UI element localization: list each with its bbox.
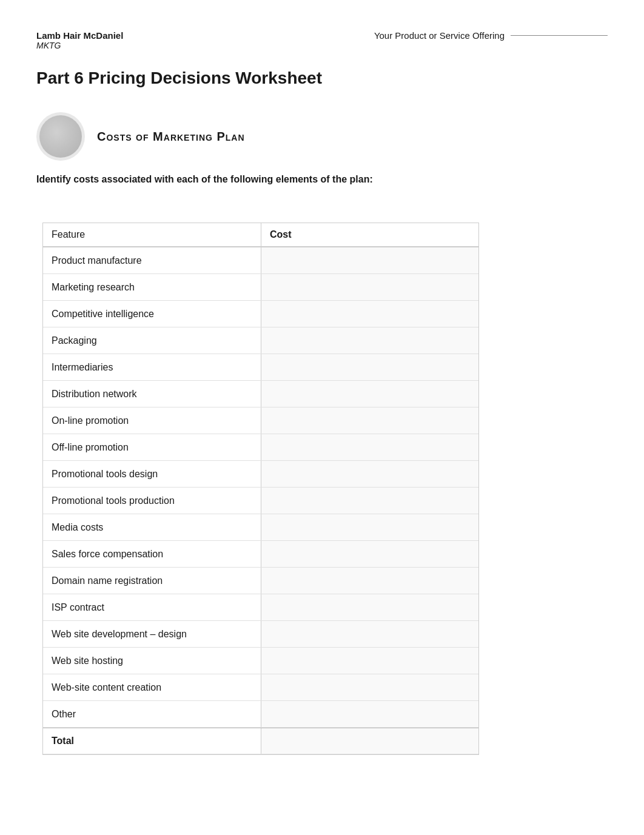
- feature-cell: Promotional tools design: [43, 461, 261, 487]
- table-row: ISP contract: [43, 594, 478, 621]
- feature-cell: Marketing research: [43, 274, 261, 300]
- cost-cell[interactable]: [261, 274, 478, 300]
- feature-cell: ISP contract: [43, 594, 261, 620]
- table-row: Packaging: [43, 327, 478, 354]
- cost-cell[interactable]: [261, 381, 478, 407]
- table-row: Domain name registration: [43, 568, 478, 594]
- cost-cell[interactable]: [261, 247, 478, 273]
- table-row-total: Total: [43, 728, 478, 754]
- costs-table: Feature Cost Product manufacture Marketi…: [42, 223, 479, 755]
- feature-cell: Other: [43, 701, 261, 727]
- feature-cell: Product manufacture: [43, 247, 261, 273]
- cost-cell[interactable]: [261, 621, 478, 647]
- page-title: Part 6 Pricing Decisions Worksheet: [36, 69, 608, 88]
- feature-cell: Sales force compensation: [43, 541, 261, 567]
- cost-cell[interactable]: [261, 648, 478, 674]
- feature-cell: On-line promotion: [43, 407, 261, 434]
- table-row: Web-site content creation: [43, 674, 478, 701]
- header-right-label: Your Product or Service Offering: [374, 30, 505, 41]
- table-row: Media costs: [43, 514, 478, 541]
- cost-cell[interactable]: [261, 461, 478, 487]
- cost-cell[interactable]: [261, 301, 478, 327]
- table-row: Intermediaries: [43, 354, 478, 381]
- table-row: Product manufacture: [43, 247, 478, 274]
- cost-cell[interactable]: [261, 514, 478, 540]
- table-row: Promotional tools production: [43, 488, 478, 514]
- section-icon: [36, 112, 85, 161]
- cost-cell[interactable]: [261, 434, 478, 460]
- header: Lamb Hair McDaniel MKTG Your Product or …: [36, 30, 608, 50]
- feature-cell: Promotional tools production: [43, 488, 261, 514]
- cost-cell[interactable]: [261, 594, 478, 620]
- cost-cell[interactable]: [261, 568, 478, 594]
- table-row: Sales force compensation: [43, 541, 478, 568]
- feature-cell: Domain name registration: [43, 568, 261, 594]
- header-right: Your Product or Service Offering: [374, 30, 608, 41]
- cost-cell[interactable]: [261, 327, 478, 354]
- table-row: Marketing research: [43, 274, 478, 301]
- table-row: Off-line promotion: [43, 434, 478, 461]
- author-name: Lamb Hair McDaniel: [36, 30, 123, 41]
- cost-cell-total[interactable]: [261, 728, 478, 754]
- feature-cell: Media costs: [43, 514, 261, 540]
- section-header: Costs of Marketing Plan: [36, 112, 608, 161]
- cost-cell[interactable]: [261, 674, 478, 700]
- cost-cell[interactable]: [261, 541, 478, 567]
- table-row: Other: [43, 701, 478, 728]
- table-header-row: Feature Cost: [43, 223, 478, 247]
- cost-cell[interactable]: [261, 701, 478, 727]
- feature-cell: Intermediaries: [43, 354, 261, 380]
- table-row: Promotional tools design: [43, 461, 478, 488]
- feature-cell: Web-site content creation: [43, 674, 261, 700]
- section-description: Identify costs associated with each of t…: [36, 173, 608, 186]
- table-row: On-line promotion: [43, 407, 478, 434]
- feature-cell: Distribution network: [43, 381, 261, 407]
- header-right-line: [511, 35, 608, 36]
- feature-cell: Web site hosting: [43, 648, 261, 674]
- col-cost-header: Cost: [261, 223, 478, 246]
- cost-cell[interactable]: [261, 407, 478, 434]
- section-title: Costs of Marketing Plan: [97, 130, 245, 144]
- course-subtitle: MKTG: [36, 41, 123, 50]
- feature-cell: Off-line promotion: [43, 434, 261, 460]
- feature-cell: Packaging: [43, 327, 261, 354]
- feature-cell: Web site development – design: [43, 621, 261, 647]
- section-icon-inner: [39, 115, 82, 158]
- page-container: Lamb Hair McDaniel MKTG Your Product or …: [0, 0, 644, 835]
- table-row: Distribution network: [43, 381, 478, 407]
- header-left: Lamb Hair McDaniel MKTG: [36, 30, 123, 50]
- cost-cell[interactable]: [261, 354, 478, 380]
- feature-cell: Competitive intelligence: [43, 301, 261, 327]
- cost-cell[interactable]: [261, 488, 478, 514]
- table-row: Web site development – design: [43, 621, 478, 648]
- table-row: Competitive intelligence: [43, 301, 478, 327]
- feature-cell-total: Total: [43, 728, 261, 754]
- col-feature-header: Feature: [43, 223, 261, 246]
- table-row: Web site hosting: [43, 648, 478, 674]
